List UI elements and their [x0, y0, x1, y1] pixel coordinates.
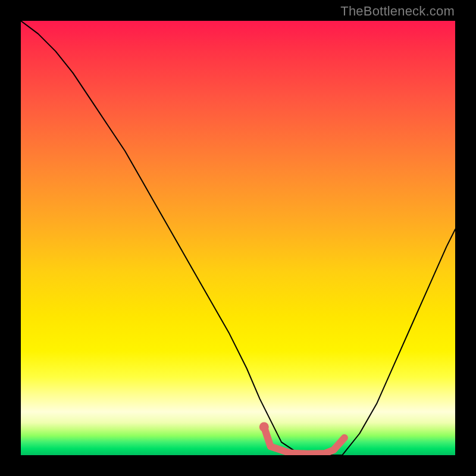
chart-frame: TheBottleneck.com: [0, 0, 476, 476]
marker-path: [264, 427, 345, 454]
watermark-text: TheBottleneck.com: [340, 4, 455, 19]
plot-area: [21, 21, 455, 455]
optimal-range-marker: [21, 21, 455, 455]
optimal-start-dot: [259, 422, 269, 432]
